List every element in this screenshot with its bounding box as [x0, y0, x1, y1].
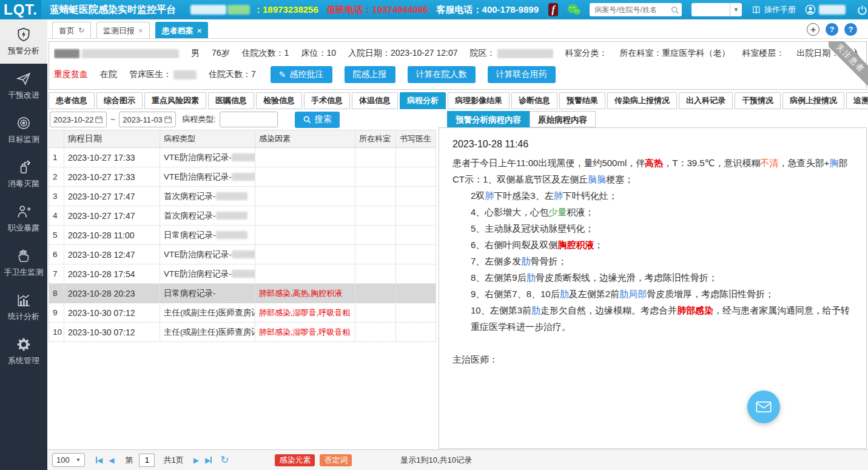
course-date-cell: 2023-10-30 07:12 [64, 323, 160, 341]
subtab-2[interactable]: 重点风险因素 [144, 92, 206, 109]
infection-elements-badge[interactable]: 感染元素 [275, 454, 315, 466]
refresh-icon[interactable]: ↻ [220, 454, 229, 466]
doctor-cell [396, 226, 436, 244]
tab-home[interactable]: 首页 ↻ [52, 22, 91, 38]
infection-factors-cell: 肺部感染,高热,胸腔积液 [255, 284, 355, 303]
subtab-13[interactable]: 干预情况 [735, 92, 781, 109]
flash-icon[interactable]: f [548, 3, 558, 16]
table-row[interactable]: 12023-10-27 17:33VTE防治病程记录- [49, 148, 436, 167]
date-from-input[interactable]: 2023-10-22 [50, 112, 107, 127]
date-to-input[interactable]: 2023-11-03 [119, 112, 176, 127]
wechat-icon[interactable] [567, 3, 581, 16]
sidebar-item-hand-hygiene[interactable]: 手卫生监测 [0, 241, 47, 285]
tab-original-content[interactable]: 原始病程内容 [530, 111, 596, 127]
calendar-icon[interactable] [95, 115, 103, 124]
next-page-button[interactable]: ▶ [193, 456, 199, 465]
subtab-9[interactable]: 诊断信息 [511, 92, 557, 109]
department-cell [355, 245, 396, 264]
subtab-1[interactable]: 综合图示 [96, 92, 143, 109]
prev-page-button[interactable]: ◀ [109, 456, 114, 465]
department-cell [355, 284, 396, 303]
last-page-button[interactable]: ▶ [205, 456, 212, 465]
attending-doctor-label: 管床医生： [129, 69, 172, 80]
table-row[interactable]: 42023-10-27 17:47首次病程记录- [49, 206, 436, 226]
infection-factors-cell [255, 206, 355, 225]
subtab-6[interactable]: 体温信息 [352, 92, 398, 109]
sidebar-item-early-warning[interactable]: 预警分析 [0, 19, 47, 64]
person-icon [16, 204, 32, 220]
doctor-cell [396, 167, 436, 186]
doctor-cell [396, 245, 436, 264]
records-summary: 显示1到10,共10记录 [351, 455, 472, 466]
table-row[interactable]: 52023-10-28 11:00日常病程记录- [49, 226, 436, 245]
book-icon [752, 5, 762, 15]
count-inpatients-button[interactable]: 计算在院人数 [408, 66, 476, 83]
department-cell [355, 167, 396, 186]
page-number-input[interactable] [139, 454, 155, 467]
search-button[interactable]: 搜索 [295, 112, 340, 128]
table-row[interactable]: 92023-10-30 07:12主任(或副主任)医师查房记录肺部感染,湿啰音,… [49, 303, 436, 323]
patient-floor: 科室楼层： [742, 48, 785, 59]
envelope-icon [755, 400, 772, 414]
sidebar-item-occupational-exposure[interactable]: 职业暴露 [0, 196, 47, 241]
subtab-7[interactable]: 病程分析 [400, 92, 446, 109]
table-row[interactable]: 32023-10-27 17:47首次病程记录- [49, 187, 436, 206]
subtab-3[interactable]: 医嘱信息 [208, 92, 254, 109]
infection-report-button[interactable]: 院感上报 [345, 66, 395, 83]
subtab-10[interactable]: 预警结果 [559, 92, 605, 109]
infection-factors-cell [255, 226, 355, 244]
page-size-select[interactable]: 100 ▼ [52, 453, 85, 467]
close-icon[interactable]: × [138, 23, 143, 38]
course-type-input[interactable] [220, 112, 278, 127]
course-content-body: 患者于今日上午11:00出现黑便，量约500ml，伴高热，T：39.5℃，意识模… [453, 155, 854, 368]
sidebar-item-statistics[interactable]: 统计分析 [0, 285, 47, 329]
manual-link[interactable]: 操作手册 [752, 4, 796, 15]
header-select[interactable]: ▼ [691, 3, 742, 16]
table-row[interactable]: 22023-10-27 17:33VTE防治病程记录- [49, 167, 436, 187]
help-icon[interactable]: ? [826, 23, 838, 36]
infection-annotate-button[interactable]: ✎ 感控批注 [271, 66, 332, 83]
subtab-15[interactable]: 追溯监测 [846, 92, 868, 109]
tab-patient-archive[interactable]: 患者档案 × [155, 22, 209, 38]
help-icon[interactable]: ? [844, 23, 857, 36]
logout-icon[interactable] [856, 4, 868, 16]
negation-words-badge[interactable]: 否定词 [320, 454, 352, 466]
row-index: 5 [49, 226, 64, 244]
subtab-4[interactable]: 检验信息 [256, 92, 302, 109]
sidebar-item-intervention[interactable]: 干预改进 [0, 64, 47, 108]
tab-warning-analysis-content[interactable]: 预警分析病程内容 [447, 111, 530, 127]
table-row[interactable]: 102023-10-30 07:12主任(或副主任)医师查房记录肺部感染,湿啰音… [49, 323, 436, 342]
subtab-8[interactable]: 病理影像结果 [448, 92, 510, 109]
user-menu[interactable] [804, 4, 846, 16]
patient-search-input[interactable] [594, 5, 670, 14]
sidebar-item-disinfection[interactable]: 消毒灭菌 [0, 152, 47, 196]
course-type-cell: 主任(或副主任)医师查房记录 [160, 303, 255, 322]
button-label: 计算联合用药 [496, 69, 547, 80]
message-fab[interactable] [747, 391, 780, 423]
table-row[interactable]: 62023-10-28 12:47VTE防治病程记录- [49, 245, 436, 264]
course-date-cell: 2023-10-30 07:12 [64, 303, 160, 322]
header-index [49, 130, 64, 147]
tab-daily-report[interactable]: 监测日报 × [96, 22, 150, 38]
subtab-11[interactable]: 传染病上报情况 [607, 92, 677, 109]
course-paragraph: 7、左侧多发肋骨骨折； [453, 253, 854, 269]
subtab-5[interactable]: 手术信息 [304, 92, 350, 109]
sidebar-item-system-management[interactable]: 系统管理 [0, 329, 47, 374]
app-title: 蓝蜻蜓医院感染实时监控平台 [50, 4, 176, 16]
header-course-date: 病程日期 [64, 130, 160, 147]
add-icon[interactable]: + [807, 23, 819, 36]
search-icon[interactable] [670, 5, 679, 15]
table-row[interactable]: 72023-10-28 17:54VTE防治病程记录- [49, 264, 436, 284]
first-page-button[interactable]: ◀ [96, 456, 103, 465]
patient-info-row2: 重度贫血 在院 管床医生： 住院天数：7 ✎ 感控批注 院感上报 计算在院人数 … [54, 66, 556, 83]
subtab-12[interactable]: 出入科记录 [679, 92, 733, 109]
page-total: 共1页 [163, 455, 183, 466]
subtab-0[interactable]: 患者信息 [49, 92, 95, 109]
refresh-icon[interactable]: ↻ [78, 23, 84, 38]
combo-meds-button[interactable]: 计算联合用药 [488, 66, 556, 83]
sidebar-item-target-monitor[interactable]: 目标监测 [0, 108, 47, 152]
table-row[interactable]: 82023-10-28 20:23日常病程记录-肺部感染,高热,胸腔积液 [49, 284, 436, 303]
subtab-14[interactable]: 病例上报情况 [782, 92, 844, 109]
close-icon[interactable]: × [197, 23, 202, 38]
calendar-icon[interactable] [164, 115, 172, 124]
